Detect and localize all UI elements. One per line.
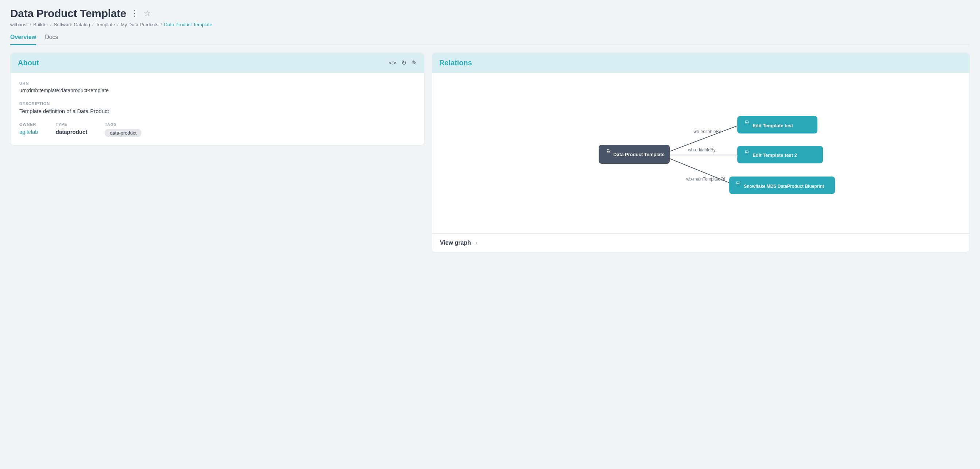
favorite-icon[interactable]: ☆ — [144, 9, 151, 18]
breadcrumb-my-data-products[interactable]: My Data Products — [121, 22, 158, 27]
code-icon[interactable]: <> — [389, 59, 396, 67]
node1-icon: 🗂 — [745, 119, 749, 124]
breadcrumb-software-catalog[interactable]: Software Catalog — [54, 22, 90, 27]
graph-area: wb-editableBy wb-editableBy wb-mainTempl… — [432, 73, 969, 233]
relations-header: Relations — [432, 53, 969, 73]
about-card-header: About <> ↻ ✎ — [11, 53, 424, 73]
about-card: About <> ↻ ✎ URN urn:dmb:template:datapr… — [10, 53, 425, 145]
more-options-icon[interactable]: ⋮ — [130, 9, 139, 18]
central-node-icon: 🗂 — [606, 148, 611, 153]
node3-label: Snowflake MDS DataProduct Blueprint — [744, 184, 824, 189]
description-field: DESCRIPTION Template definition of a Dat… — [19, 101, 415, 114]
breadcrumb-template[interactable]: Template — [96, 22, 115, 27]
tag-pill[interactable]: data-product — [105, 129, 142, 137]
relations-svg: wb-editableBy wb-editableBy wb-mainTempl… — [432, 73, 969, 233]
urn-label: URN — [19, 81, 415, 85]
about-title: About — [18, 59, 39, 67]
refresh-icon[interactable]: ↻ — [401, 59, 407, 67]
view-graph-footer[interactable]: View graph → — [432, 233, 969, 252]
content-grid: About <> ↻ ✎ URN urn:dmb:template:datapr… — [10, 53, 970, 252]
breadcrumb-sep-2: / — [50, 22, 52, 27]
urn-value: urn:dmb:template:dataproduct-template — [19, 88, 415, 93]
about-header-actions: <> ↻ ✎ — [389, 59, 417, 67]
relations-body: wb-editableBy wb-editableBy wb-mainTempl… — [432, 73, 969, 233]
relations-title: Relations — [439, 59, 472, 67]
breadcrumb-builder[interactable]: Builder — [33, 22, 48, 27]
tab-overview[interactable]: Overview — [10, 34, 36, 45]
owner-col: OWNER agilelab — [19, 122, 38, 137]
breadcrumb: witboost / Builder / Software Catalog / … — [10, 22, 970, 27]
page-header: Data Product Template ⋮ ☆ — [10, 7, 970, 20]
edge-label-1: wb-editableBy — [693, 129, 721, 134]
tags-col: TAGS data-product — [105, 122, 142, 137]
breadcrumb-data-product-template[interactable]: Data Product Template — [164, 22, 212, 27]
tabs-container: Overview Docs — [10, 34, 970, 45]
owner-label: OWNER — [19, 122, 38, 126]
type-col: TYPE dataproduct — [56, 122, 88, 137]
edge-label-3: wb-mainTemplateOf — [686, 177, 725, 182]
page-title: Data Product Template — [10, 7, 126, 20]
node2-icon: 🗂 — [745, 149, 749, 154]
edit-icon[interactable]: ✎ — [412, 59, 417, 67]
page-wrapper: Data Product Template ⋮ ☆ witboost / Bui… — [0, 0, 980, 469]
tab-docs[interactable]: Docs — [45, 34, 58, 45]
tags-label: TAGS — [105, 122, 142, 126]
breadcrumb-sep-1: / — [30, 22, 31, 27]
type-label: TYPE — [56, 122, 88, 126]
breadcrumb-sep-3: / — [92, 22, 94, 27]
meta-row: OWNER agilelab TYPE dataproduct TAGS dat… — [19, 122, 415, 137]
node3-icon: 🗂 — [736, 180, 740, 185]
owner-value[interactable]: agilelab — [19, 129, 38, 135]
node2-label: Edit Template test 2 — [752, 152, 797, 158]
svg-line-2 — [670, 159, 737, 186]
central-node-label: Data Product Template — [613, 152, 665, 157]
edge-label-2: wb-editableBy — [687, 147, 715, 152]
breadcrumb-witboost[interactable]: witboost — [10, 22, 28, 27]
relations-card: Relations wb-editableBy wb-editableBy — [432, 53, 970, 252]
description-value: Template definition of a Data Product — [19, 108, 415, 114]
view-graph-label[interactable]: View graph → — [440, 239, 479, 246]
breadcrumb-sep-4: / — [118, 22, 119, 27]
node1-label: Edit Template test — [752, 123, 793, 128]
description-label: DESCRIPTION — [19, 101, 415, 106]
type-value: dataproduct — [56, 129, 88, 135]
about-card-body: URN urn:dmb:template:dataproduct-templat… — [11, 73, 424, 145]
urn-field: URN urn:dmb:template:dataproduct-templat… — [19, 81, 415, 93]
breadcrumb-sep-5: / — [161, 22, 162, 27]
